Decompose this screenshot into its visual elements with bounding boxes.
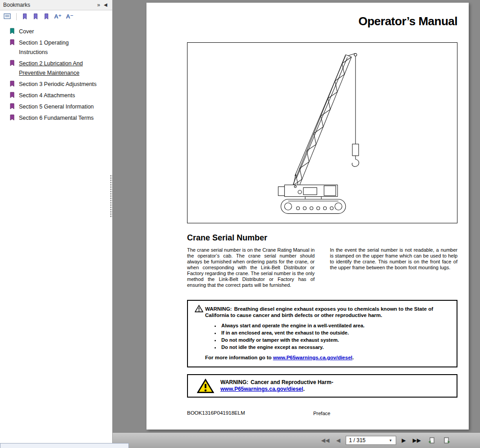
- previous-page-icon: ◀: [336, 438, 340, 443]
- warning-bullet: Do not idle the engine except as necessa…: [220, 344, 457, 351]
- page-dropdown-icon[interactable]: ▾: [389, 438, 393, 443]
- bookmark-ribbon-icon: [9, 81, 15, 87]
- document-page: Operator’s Manual: [146, 3, 469, 430]
- next-view-button[interactable]: [441, 436, 452, 445]
- warning-bullet: Always start and operate the engine in a…: [220, 322, 457, 329]
- sidebar-item-section-4[interactable]: Section 4 Attachments: [0, 90, 112, 101]
- last-page-icon: ▶▶: [413, 438, 421, 443]
- bookmark-ribbon-icon: [9, 92, 15, 98]
- warning-bullet-list: Always start and operate the engine in a…: [220, 322, 457, 351]
- footer-book-number: BOOK1316P041918ELM: [187, 410, 245, 416]
- warning-bullet: If in an enclosed area, vent the exhaust…: [220, 329, 457, 336]
- first-page-icon: ◀◀: [321, 438, 329, 443]
- sidebar-item-cover[interactable]: Cover: [0, 26, 112, 37]
- bookmark-flag-icon-1[interactable]: [20, 12, 30, 21]
- bookmark-ribbon-icon: [9, 103, 15, 109]
- bookmark-ribbon-icon: [9, 28, 15, 34]
- first-page-button[interactable]: ◀◀: [320, 437, 331, 444]
- footer-page-label: Preface: [313, 411, 330, 416]
- options-list-icon: [4, 13, 11, 20]
- warning-bullet: Do not modify or tamper with the exhaust…: [220, 336, 457, 344]
- section-heading: Crane Serial Number: [187, 233, 267, 243]
- bookmark-ribbon-icon: [9, 114, 15, 121]
- bookmark-label: Cover: [19, 27, 109, 36]
- warning-more-info: For more information go to www.P65warnin…: [205, 355, 457, 360]
- bookmark-flag-icon-3[interactable]: [41, 12, 51, 21]
- page-number-input[interactable]: [349, 437, 389, 443]
- bookmark-ribbon-icon: [9, 60, 15, 66]
- panel-expand-icon[interactable]: »: [96, 2, 102, 8]
- bookmark-label: Section 5 General Information: [19, 102, 109, 112]
- previous-view-button[interactable]: [426, 436, 437, 445]
- bookmark-label: Section 2 Lubrication And Preventive Mai…: [19, 59, 109, 78]
- warning-box-diesel: WARNING:Breathing diesel engine exhaust …: [187, 300, 457, 367]
- warning-head: WARNING:Breathing diesel engine exhaust …: [188, 301, 457, 318]
- bookmarks-panel-title: Bookmarks: [3, 2, 30, 8]
- previous-page-button[interactable]: ◀: [335, 437, 342, 444]
- sidebar-item-section-1[interactable]: Section 1 Operating Instructions: [0, 37, 112, 58]
- warning-triangle-icon: [195, 305, 203, 312]
- previous-view-icon: [428, 437, 436, 444]
- page-number-field: ▾: [346, 436, 396, 445]
- text-larger-label: A⁺: [54, 13, 61, 20]
- crane-illustration: [187, 42, 457, 223]
- bookmark-ribbon-glyph: [22, 13, 28, 20]
- bookmark-ribbon-glyph: [43, 13, 50, 20]
- sidebar-item-section-5[interactable]: Section 5 General Information: [0, 101, 112, 113]
- warning-2-suffix: .: [303, 386, 305, 392]
- body-text-right: In the event the serial number is not re…: [330, 247, 457, 288]
- page-navigation-bar: ◀◀ ◀ ▾ ▶ ▶▶: [113, 432, 480, 448]
- more-info-suffix: .: [352, 355, 354, 360]
- sidebar-item-section-3[interactable]: Section 3 Periodic Adjustments: [0, 79, 112, 90]
- bookmarks-panel: Bookmarks » ◀: [0, 0, 113, 448]
- sidebar-item-section-2[interactable]: Section 2 Lubrication And Preventive Mai…: [0, 58, 112, 79]
- text-smaller-label: A⁻: [66, 13, 73, 20]
- bookmark-label: Section 1 Operating Instructions: [19, 38, 109, 57]
- body-text-left: The crane serial number is on the Crane …: [187, 247, 315, 288]
- toolbar-separator: [16, 13, 17, 20]
- p65-diesel-link[interactable]: www.P65warnings.ca.gov/diesel: [273, 355, 352, 360]
- bookmark-ribbon-icon: [9, 39, 15, 45]
- body-text-columns: The crane serial number is on the Crane …: [187, 247, 457, 288]
- panel-collapse-icon[interactable]: ◀: [102, 3, 109, 7]
- crane-drawing: [187, 43, 457, 223]
- bottom-left-panel: [0, 443, 129, 448]
- next-page-icon: ▶: [402, 438, 406, 443]
- warning-label: WARNING:: [220, 379, 248, 385]
- next-page-button[interactable]: ▶: [400, 437, 407, 444]
- bookmark-flag-icon-2[interactable]: [31, 12, 41, 21]
- bookmark-label: Section 4 Attachments: [19, 91, 109, 100]
- last-page-button[interactable]: ▶▶: [411, 437, 422, 444]
- p65-link[interactable]: www.P65warnings.ca.gov/diesel: [220, 386, 303, 392]
- sidebar-item-section-6[interactable]: Section 6 Fundamental Terms: [0, 113, 112, 124]
- text-smaller-icon[interactable]: A⁻: [64, 12, 75, 21]
- warning-2-text: WARNING:Cancer and Reproductive Harm- ww…: [220, 379, 333, 393]
- document-canvas: Operator’s Manual: [113, 0, 480, 432]
- next-view-icon: [443, 437, 451, 444]
- panel-options-icon[interactable]: [2, 12, 13, 21]
- warning-box-p65: WARNING:Cancer and Reproductive Harm- ww…: [187, 374, 457, 398]
- warning-triangle-yellow-icon: [197, 379, 214, 394]
- warning-intro-text: Breathing diesel engine exhaust exposes …: [205, 306, 433, 318]
- bookmark-label: Section 6 Fundamental Terms: [19, 113, 109, 123]
- bookmark-label: Section 3 Periodic Adjustments: [19, 80, 109, 89]
- more-info-prefix: For more information go to: [205, 355, 273, 360]
- bookmarks-toolbar: A⁺ A⁻: [0, 10, 112, 23]
- bookmarks-list: Cover Section 1 Operating Instructions S…: [0, 23, 112, 124]
- warning-label: WARNING:: [205, 306, 232, 312]
- warning-2-intro: Cancer and Reproductive Harm-: [251, 379, 333, 385]
- text-larger-icon[interactable]: A⁺: [52, 12, 63, 21]
- bookmarks-panel-header: Bookmarks » ◀: [0, 0, 112, 10]
- bookmark-ribbon-glyph: [32, 13, 39, 20]
- page-title: Operator’s Manual: [358, 14, 457, 28]
